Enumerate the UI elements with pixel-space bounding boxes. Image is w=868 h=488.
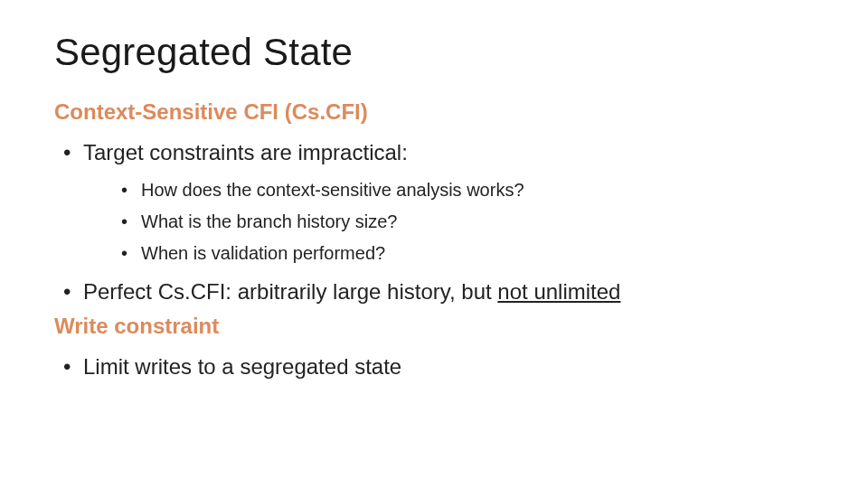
page-title: Segregated State [54,31,814,74]
list-item: Perfect Cs.CFI: arbitrarily large histor… [54,275,814,308]
list-item: What is the branch history size? [110,206,814,238]
sub-list: How does the context-sensitive analysis … [110,174,814,269]
list-item-text: Target constraints are impractical: [83,140,408,164]
list-item: Limit writes to a segregated state [54,350,814,383]
slide: Segregated State Context-Sensitive CFI (… [0,0,868,488]
slide-body: Context-Sensitive CFI (Cs.CFI) Target co… [54,99,814,384]
section-heading-write-constraint: Write constraint [54,314,814,339]
list-item: How does the context-sensitive analysis … [110,174,814,206]
list-item: Target constraints are impractical: How … [54,136,814,269]
bullet-list: Limit writes to a segregated state [54,350,814,383]
bullet-list: Target constraints are impractical: How … [54,136,814,308]
list-item: When is validation performed? [110,238,814,269]
section-heading-cscfi: Context-Sensitive CFI (Cs.CFI) [54,99,814,125]
list-item-text: Perfect Cs.CFI: arbitrarily large histor… [83,279,497,304]
underlined-text: not unlimited [497,279,620,304]
